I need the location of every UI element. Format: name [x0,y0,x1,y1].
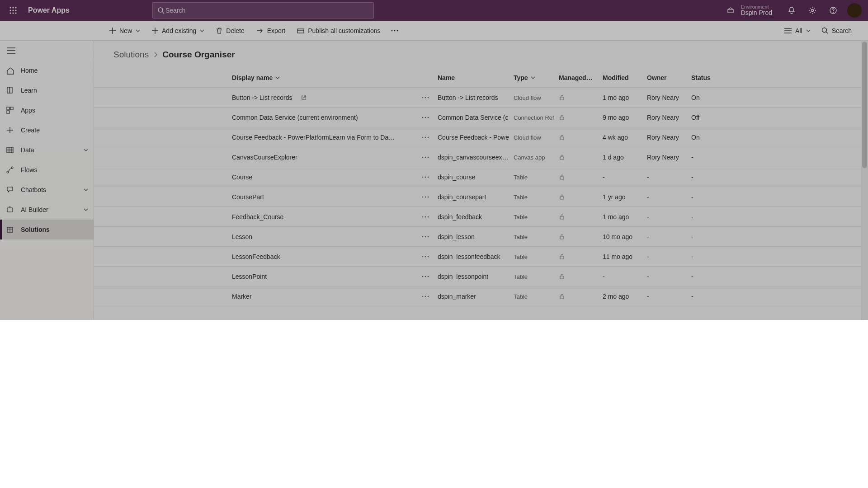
table-row[interactable]: Common Data Service (current environment… [94,108,868,127]
export-button[interactable]: Export [251,21,291,41]
sidebar-item-create[interactable]: Create [0,120,94,140]
cell-display-name[interactable]: CanvasCourseExplorer [232,147,408,167]
svg-point-29 [7,171,9,173]
cell-name: dspin_marker [438,286,510,306]
app-header-bar: Power Apps Environment Dspin Prod [0,0,868,21]
cell-type: Table [514,207,559,227]
help-button[interactable] [823,0,844,21]
row-more-button[interactable] [417,187,434,207]
column-header-name[interactable]: Name [438,68,510,88]
cell-status: Off [691,108,727,127]
app-launcher-button[interactable] [3,0,24,21]
svg-rect-18 [10,87,13,93]
more-horizontal-icon [422,117,429,118]
sidebar-item-learn[interactable]: Learn [0,80,94,100]
unlock-icon [559,94,565,101]
sidebar-item-home[interactable]: Home [0,61,94,80]
svg-point-42 [425,117,426,118]
sidebar-item-solutions[interactable]: Solutions [0,220,94,239]
chevron-down-icon [531,76,535,80]
product-brand[interactable]: Power Apps [28,6,70,14]
svg-point-49 [422,157,424,158]
scrollbar-thumb[interactable] [862,42,867,168]
row-more-button[interactable] [417,247,434,267]
svg-rect-52 [560,157,564,160]
svg-point-51 [428,157,429,158]
cell-owner: - [647,247,688,267]
column-header-display-name[interactable]: Display name [232,68,431,88]
table-row[interactable]: Lessondspin_lessonTable10 mo ago-- [94,227,868,247]
sidebar-item-data[interactable]: Data [0,140,94,160]
cell-display-name[interactable]: CoursePart [232,187,408,207]
cell-display-name[interactable]: Common Data Service (current environment… [232,108,408,127]
row-more-button[interactable] [417,267,434,286]
table-row[interactable]: Coursedspin_courseTable--- [94,167,868,187]
sidebar-item-chatbots[interactable]: Chatbots [0,180,94,200]
row-more-button[interactable] [417,167,434,187]
sidebar-item-label: Home [21,67,38,74]
table-row[interactable]: Course Feedback - PowerPlatformLearn via… [94,127,868,147]
svg-rect-60 [560,197,564,199]
svg-rect-76 [560,276,564,279]
table-row[interactable]: Feedback_Coursedspin_feedbackTable1 mo a… [94,207,868,227]
cell-display-name[interactable]: Course [232,167,408,187]
row-more-button[interactable] [417,88,434,108]
sidebar-item-ai-builder[interactable]: AI Builder [0,200,94,220]
cell-display-name[interactable]: LessonPoint [232,267,408,286]
table-row[interactable]: LessonPointdspin_lessonpointTable--- [94,267,868,286]
svg-point-79 [428,296,429,297]
grid-search-button[interactable]: Search [818,21,855,41]
bell-icon [788,6,796,14]
row-more-button[interactable] [417,127,434,147]
new-button[interactable]: New [104,21,146,41]
cell-display-name[interactable]: Course Feedback - PowerPlatformLearn via… [232,127,408,147]
cell-display-name[interactable]: Lesson [232,227,408,247]
sidebar-item-flows[interactable]: Flows [0,160,94,180]
row-more-button[interactable] [417,207,434,227]
vertical-scrollbar[interactable] [861,41,868,320]
nav-collapse-toggle[interactable] [0,41,94,61]
notifications-button[interactable] [781,0,802,21]
column-header-managed[interactable]: Managed… [559,68,599,88]
user-avatar[interactable] [847,3,862,18]
publish-all-button[interactable]: Publish all customizations [292,21,386,41]
breadcrumb-root[interactable]: Solutions [113,50,149,60]
global-search-input[interactable] [165,6,369,14]
delete-button[interactable]: Delete [211,21,250,41]
row-more-button[interactable] [417,227,434,247]
table-row[interactable]: Button -> List records Button -> List re… [94,88,868,108]
cell-display-name[interactable]: LessonFeedback [232,247,408,267]
column-header-modified[interactable]: Modified [603,68,643,88]
table-row[interactable]: Markerdspin_markerTable2 mo ago-- [94,286,868,306]
global-search[interactable] [152,2,374,19]
more-commands-button[interactable] [387,21,402,41]
row-more-button[interactable] [417,147,434,167]
more-horizontal-icon [422,97,429,99]
table-row[interactable]: CanvasCourseExplorerdspin_canvascourseex… [94,147,868,167]
svg-point-3 [9,9,11,11]
column-header-owner[interactable]: Owner [647,68,688,88]
svg-point-11 [811,9,813,12]
environment-picker[interactable]: Environment Dspin Prod [717,4,781,16]
svg-point-92 [822,28,826,33]
more-horizontal-icon [422,296,429,297]
svg-point-69 [422,256,424,258]
row-more-button[interactable] [417,286,434,306]
view-filter-dropdown[interactable]: All [780,21,815,41]
cell-display-name[interactable]: Feedback_Course [232,207,408,227]
table-row[interactable]: CoursePartdspin_coursepartTable1 yr ago-… [94,187,868,207]
svg-point-55 [428,177,429,178]
book-icon [5,86,14,95]
grid-header-row: Display name Name Type Managed… Modified… [94,68,868,88]
cell-type: Canvas app [514,147,559,167]
svg-point-67 [428,236,429,238]
row-more-button[interactable] [417,108,434,127]
table-row[interactable]: LessonFeedbackdspin_lessonfeedbackTable1… [94,247,868,267]
cell-display-name[interactable]: Marker [232,286,408,306]
column-header-type[interactable]: Type [514,68,559,88]
settings-button[interactable] [802,0,823,21]
cell-display-name[interactable]: Button -> List records [232,88,408,108]
column-header-status[interactable]: Status [691,68,727,88]
sidebar-item-apps[interactable]: Apps [0,100,94,120]
add-existing-button[interactable]: Add existing [146,21,210,41]
